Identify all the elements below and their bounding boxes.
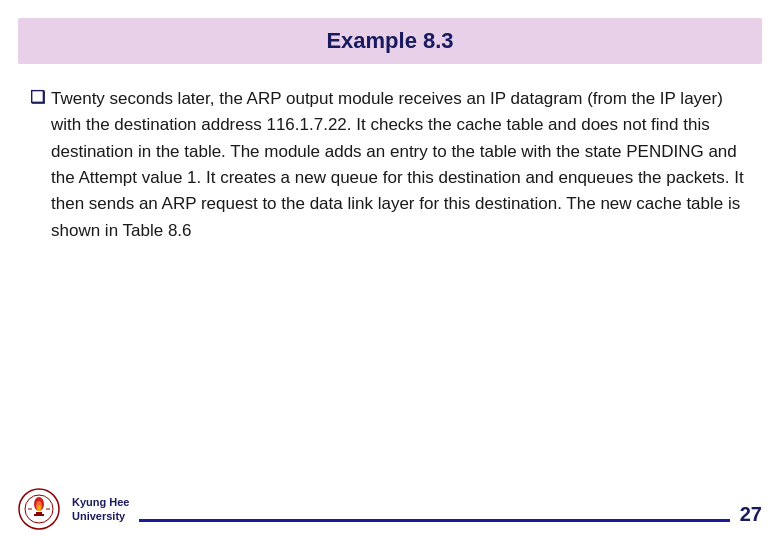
bullet-text: Twenty seconds later, the ARP output mod…: [51, 86, 750, 244]
title-bar: Example 8.3: [18, 18, 762, 64]
university-name-line2: University: [72, 509, 129, 523]
footer-logo: [18, 488, 60, 530]
footer: Kyung Hee University 27: [0, 480, 780, 540]
content-area: ❑ Twenty seconds later, the ARP output m…: [0, 64, 780, 480]
footer-divider-line: [139, 519, 729, 522]
page-number: 27: [740, 503, 762, 530]
svg-rect-5: [36, 512, 42, 514]
bullet-item: ❑ Twenty seconds later, the ARP output m…: [30, 86, 750, 244]
footer-university-name: Kyung Hee University: [72, 495, 129, 524]
svg-rect-6: [34, 514, 44, 516]
university-logo-icon: [18, 488, 60, 530]
bullet-icon: ❑: [30, 87, 45, 108]
slide-container: Example 8.3 ❑ Twenty seconds later, the …: [0, 0, 780, 540]
svg-point-4: [37, 505, 41, 511]
university-name-line1: Kyung Hee: [72, 495, 129, 509]
slide-title: Example 8.3: [326, 28, 453, 53]
